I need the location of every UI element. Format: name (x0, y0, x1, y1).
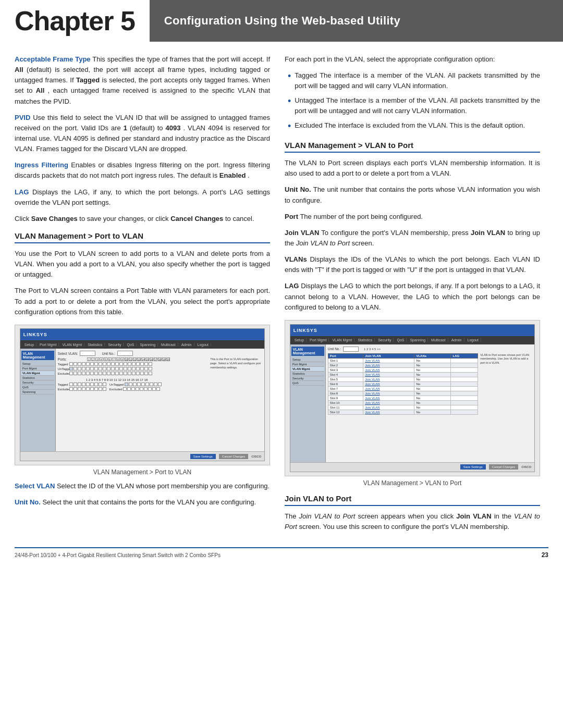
ss-e19[interactable] (144, 372, 148, 375)
ss-lt9[interactable] (103, 382, 106, 386)
ss-e11[interactable] (111, 372, 115, 375)
ss-e14[interactable] (124, 372, 127, 375)
ss-u19[interactable] (144, 367, 148, 371)
ss-e7[interactable] (94, 372, 98, 375)
ss-t13[interactable] (119, 362, 123, 366)
ss-e15[interactable] (128, 372, 131, 375)
ss-e2[interactable] (74, 372, 77, 375)
ss-t5[interactable] (86, 362, 90, 366)
ss-lu3[interactable] (133, 382, 137, 386)
ss-lu9[interactable] (158, 382, 162, 386)
ss-le3[interactable] (78, 387, 81, 391)
ss-u5[interactable] (86, 367, 90, 371)
td-join-8[interactable]: Join VLAN (363, 391, 414, 396)
td-join-11[interactable]: Join VLAN (363, 405, 414, 410)
ss-t1[interactable] (69, 362, 73, 366)
td-join-6[interactable]: Join VLAN (363, 381, 414, 386)
ss-cancel-btn-1[interactable]: Cancel Changes (219, 454, 248, 459)
ss-t17[interactable] (136, 362, 140, 366)
ss-e10[interactable] (107, 372, 111, 375)
td-join-3[interactable]: Join VLAN (363, 367, 414, 372)
ss-e20[interactable] (149, 372, 152, 375)
ss-u4[interactable] (82, 367, 85, 371)
ss-lt3[interactable] (78, 382, 81, 386)
ss-lt6[interactable] (90, 382, 94, 386)
ss-e1[interactable] (69, 372, 73, 375)
td-join-1[interactable]: Join VLAN (363, 358, 414, 363)
ss-u3[interactable] (78, 367, 81, 371)
ss-u17[interactable] (136, 367, 140, 371)
ss-le2[interactable] (74, 387, 77, 391)
td-join-4[interactable]: Join VLAN (363, 372, 414, 377)
td-join-12[interactable]: Join VLAN (363, 410, 414, 414)
ss-u20[interactable] (149, 367, 152, 371)
ss-lu7[interactable] (150, 382, 153, 386)
ss-lt8[interactable] (99, 382, 102, 386)
ss-u12[interactable] (115, 367, 119, 371)
ss-lu8[interactable] (154, 382, 157, 386)
ss-u18[interactable] (140, 367, 144, 371)
ss-u13[interactable] (119, 367, 123, 371)
ss-e13[interactable] (119, 372, 123, 375)
ss-e9[interactable] (103, 372, 106, 375)
ss-e17[interactable] (136, 372, 140, 375)
ss-le14[interactable] (140, 387, 143, 391)
ss-u9[interactable] (103, 367, 106, 371)
ss-le17[interactable] (152, 387, 156, 391)
ss-t3[interactable] (78, 362, 81, 366)
ss-t6[interactable] (90, 362, 94, 366)
ss-t20[interactable] (149, 362, 152, 366)
ss-input-unit-2[interactable] (343, 347, 359, 352)
ss-le13[interactable] (136, 387, 139, 391)
ss-u15[interactable] (128, 367, 131, 371)
ss-u11[interactable] (111, 367, 115, 371)
td-join-10[interactable]: Join VLAN (363, 400, 414, 405)
ss-lt4[interactable] (82, 382, 85, 386)
ss-lt1[interactable] (69, 382, 73, 386)
ss-u16[interactable] (132, 367, 136, 371)
ss-cancel-btn-2[interactable]: Cancel Changes (489, 464, 518, 470)
ss-t14[interactable] (124, 362, 127, 366)
ss-le12[interactable] (131, 387, 135, 391)
ss-u10[interactable] (107, 367, 111, 371)
ss-le8[interactable] (99, 387, 102, 391)
ss-lt5[interactable] (86, 382, 90, 386)
ss-u7[interactable] (94, 367, 98, 371)
ss-lu1[interactable] (125, 382, 128, 386)
ss-t4[interactable] (82, 362, 85, 366)
ss-le1[interactable] (69, 387, 73, 391)
ss-t12[interactable] (115, 362, 119, 366)
ss-le16[interactable] (148, 387, 152, 391)
ss-le7[interactable] (94, 387, 98, 391)
ss-t2[interactable] (74, 362, 77, 366)
ss-e16[interactable] (132, 372, 136, 375)
ss-lt7[interactable] (94, 382, 98, 386)
ss-le4[interactable] (82, 387, 85, 391)
ss-t10[interactable] (107, 362, 111, 366)
ss-t16[interactable] (132, 362, 136, 366)
ss-le5[interactable] (86, 387, 90, 391)
ss-t7[interactable] (94, 362, 98, 366)
ss-save-btn-1[interactable]: Save Settings (190, 454, 216, 459)
ss-t15[interactable] (128, 362, 131, 366)
ss-e6[interactable] (90, 372, 94, 375)
td-join-2[interactable]: Join VLAN (363, 363, 414, 367)
ss-le15[interactable] (144, 387, 148, 391)
ss-t11[interactable] (111, 362, 115, 366)
ss-t19[interactable] (144, 362, 148, 366)
ss-t18[interactable] (140, 362, 144, 366)
ss-lu2[interactable] (129, 382, 132, 386)
ss-e8[interactable] (99, 372, 102, 375)
ss-input-vlan[interactable] (80, 351, 95, 356)
ss-le9[interactable] (103, 387, 106, 391)
ss-e18[interactable] (140, 372, 144, 375)
ss-lt2[interactable] (74, 382, 77, 386)
ss-lu5[interactable] (141, 382, 145, 386)
ss-le18[interactable] (156, 387, 160, 391)
td-join-7[interactable]: Join VLAN (363, 386, 414, 391)
td-join-9[interactable]: Join VLAN (363, 396, 414, 400)
ss-u14[interactable] (124, 367, 127, 371)
ss-t9[interactable] (103, 362, 106, 366)
ss-u1[interactable] (69, 367, 73, 371)
ss-save-btn-2[interactable]: Save Settings (460, 464, 486, 470)
